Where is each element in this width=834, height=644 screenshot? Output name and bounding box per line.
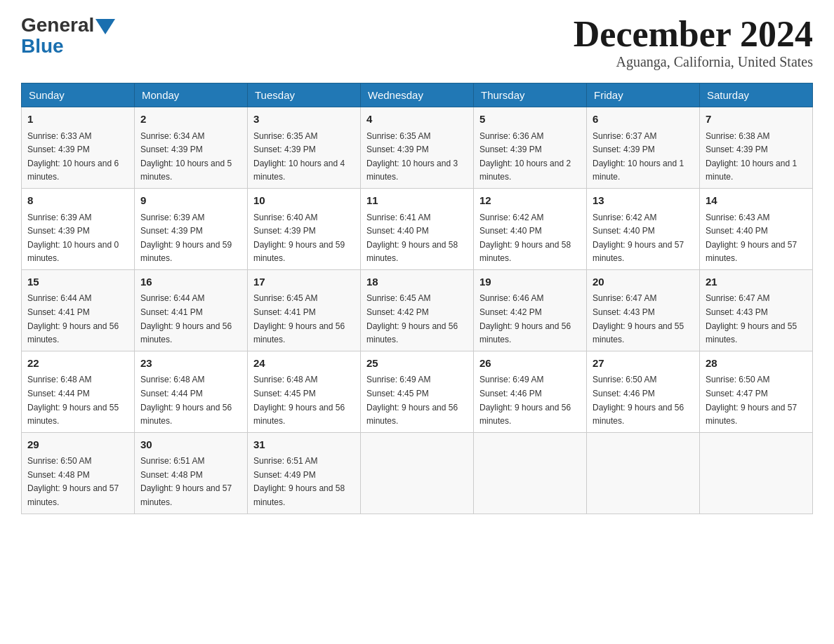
day-number: 13 bbox=[593, 193, 694, 209]
calendar-cell: 19Sunrise: 6:46 AMSunset: 4:42 PMDayligh… bbox=[474, 269, 587, 351]
calendar-cell: 16Sunrise: 6:44 AMSunset: 4:41 PMDayligh… bbox=[135, 269, 248, 351]
day-number: 18 bbox=[366, 274, 468, 290]
calendar-cell: 27Sunrise: 6:50 AMSunset: 4:46 PMDayligh… bbox=[587, 351, 700, 432]
day-number: 12 bbox=[479, 193, 581, 209]
day-info: Sunrise: 6:35 AMSunset: 4:39 PMDaylight:… bbox=[253, 131, 345, 182]
day-number: 20 bbox=[593, 274, 694, 290]
calendar-cell: 21Sunrise: 6:47 AMSunset: 4:43 PMDayligh… bbox=[700, 269, 813, 351]
day-info: Sunrise: 6:48 AMSunset: 4:44 PMDaylight:… bbox=[140, 375, 232, 426]
day-number: 16 bbox=[140, 274, 241, 290]
weekday-header-row: SundayMondayTuesdayWednesdayThursdayFrid… bbox=[22, 83, 813, 107]
day-info: Sunrise: 6:37 AMSunset: 4:39 PMDaylight:… bbox=[593, 131, 684, 182]
day-info: Sunrise: 6:43 AMSunset: 4:40 PMDaylight:… bbox=[706, 213, 797, 264]
day-info: Sunrise: 6:42 AMSunset: 4:40 PMDaylight:… bbox=[479, 213, 571, 264]
logo: General Blue bbox=[21, 14, 115, 58]
weekday-header-sunday: Sunday bbox=[22, 83, 135, 107]
logo-blue-text: Blue bbox=[21, 35, 64, 58]
day-info: Sunrise: 6:51 AMSunset: 4:49 PMDaylight:… bbox=[253, 456, 345, 507]
page-header: General Blue December 2024 Aguanga, Cali… bbox=[21, 14, 813, 70]
day-info: Sunrise: 6:35 AMSunset: 4:39 PMDaylight:… bbox=[366, 131, 458, 182]
weekday-header-wednesday: Wednesday bbox=[361, 83, 474, 107]
logo-general-text: General bbox=[21, 14, 94, 36]
calendar-cell: 8Sunrise: 6:39 AMSunset: 4:39 PMDaylight… bbox=[22, 189, 135, 270]
weekday-header-friday: Friday bbox=[587, 83, 700, 107]
calendar-cell bbox=[361, 432, 474, 514]
day-info: Sunrise: 6:41 AMSunset: 4:40 PMDaylight:… bbox=[366, 213, 458, 264]
day-number: 2 bbox=[140, 112, 241, 128]
calendar-week-row: 1Sunrise: 6:33 AMSunset: 4:39 PMDaylight… bbox=[22, 107, 813, 189]
calendar-cell: 18Sunrise: 6:45 AMSunset: 4:42 PMDayligh… bbox=[361, 269, 474, 351]
day-info: Sunrise: 6:47 AMSunset: 4:43 PMDaylight:… bbox=[706, 293, 797, 344]
calendar-cell: 15Sunrise: 6:44 AMSunset: 4:41 PMDayligh… bbox=[22, 269, 135, 351]
day-number: 25 bbox=[366, 356, 468, 372]
day-number: 17 bbox=[253, 274, 355, 290]
day-number: 7 bbox=[706, 112, 807, 128]
day-info: Sunrise: 6:49 AMSunset: 4:45 PMDaylight:… bbox=[366, 375, 458, 426]
day-info: Sunrise: 6:47 AMSunset: 4:43 PMDaylight:… bbox=[593, 293, 684, 344]
calendar-cell: 12Sunrise: 6:42 AMSunset: 4:40 PMDayligh… bbox=[474, 189, 587, 270]
calendar-cell: 25Sunrise: 6:49 AMSunset: 4:45 PMDayligh… bbox=[361, 351, 474, 432]
day-number: 30 bbox=[140, 437, 241, 453]
day-info: Sunrise: 6:36 AMSunset: 4:39 PMDaylight:… bbox=[479, 131, 571, 182]
day-info: Sunrise: 6:33 AMSunset: 4:39 PMDaylight:… bbox=[27, 131, 119, 182]
calendar-cell: 22Sunrise: 6:48 AMSunset: 4:44 PMDayligh… bbox=[22, 351, 135, 432]
calendar-cell: 14Sunrise: 6:43 AMSunset: 4:40 PMDayligh… bbox=[700, 189, 813, 270]
day-info: Sunrise: 6:38 AMSunset: 4:39 PMDaylight:… bbox=[706, 131, 797, 182]
day-number: 6 bbox=[593, 112, 694, 128]
calendar-week-row: 22Sunrise: 6:48 AMSunset: 4:44 PMDayligh… bbox=[22, 351, 813, 432]
day-number: 11 bbox=[366, 193, 468, 209]
day-info: Sunrise: 6:40 AMSunset: 4:39 PMDaylight:… bbox=[253, 213, 345, 264]
day-info: Sunrise: 6:48 AMSunset: 4:45 PMDaylight:… bbox=[253, 375, 345, 426]
day-info: Sunrise: 6:48 AMSunset: 4:44 PMDaylight:… bbox=[27, 375, 119, 426]
weekday-header-tuesday: Tuesday bbox=[248, 83, 361, 107]
calendar-cell: 20Sunrise: 6:47 AMSunset: 4:43 PMDayligh… bbox=[587, 269, 700, 351]
day-info: Sunrise: 6:45 AMSunset: 4:41 PMDaylight:… bbox=[253, 293, 345, 344]
calendar-cell: 5Sunrise: 6:36 AMSunset: 4:39 PMDaylight… bbox=[474, 107, 587, 189]
calendar-table: SundayMondayTuesdayWednesdayThursdayFrid… bbox=[21, 83, 813, 514]
day-number: 4 bbox=[366, 112, 468, 128]
day-number: 10 bbox=[253, 193, 355, 209]
calendar-cell: 26Sunrise: 6:49 AMSunset: 4:46 PMDayligh… bbox=[474, 351, 587, 432]
calendar-cell: 10Sunrise: 6:40 AMSunset: 4:39 PMDayligh… bbox=[248, 189, 361, 270]
day-info: Sunrise: 6:46 AMSunset: 4:42 PMDaylight:… bbox=[479, 293, 571, 344]
calendar-cell bbox=[587, 432, 700, 514]
calendar-cell: 1Sunrise: 6:33 AMSunset: 4:39 PMDaylight… bbox=[22, 107, 135, 189]
calendar-cell bbox=[474, 432, 587, 514]
day-number: 22 bbox=[27, 356, 128, 372]
day-number: 1 bbox=[27, 112, 128, 128]
day-number: 28 bbox=[706, 356, 807, 372]
calendar-cell: 3Sunrise: 6:35 AMSunset: 4:39 PMDaylight… bbox=[248, 107, 361, 189]
day-info: Sunrise: 6:34 AMSunset: 4:39 PMDaylight:… bbox=[140, 131, 232, 182]
day-number: 24 bbox=[253, 356, 355, 372]
day-number: 21 bbox=[706, 274, 807, 290]
day-number: 27 bbox=[593, 356, 694, 372]
calendar-cell: 7Sunrise: 6:38 AMSunset: 4:39 PMDaylight… bbox=[700, 107, 813, 189]
day-number: 3 bbox=[253, 112, 355, 128]
day-number: 15 bbox=[27, 274, 128, 290]
title-block: December 2024 Aguanga, California, Unite… bbox=[574, 14, 813, 70]
day-info: Sunrise: 6:50 AMSunset: 4:47 PMDaylight:… bbox=[706, 375, 797, 426]
calendar-title: December 2024 bbox=[574, 14, 813, 54]
calendar-cell: 24Sunrise: 6:48 AMSunset: 4:45 PMDayligh… bbox=[248, 351, 361, 432]
calendar-location: Aguanga, California, United States bbox=[574, 54, 813, 70]
calendar-cell: 30Sunrise: 6:51 AMSunset: 4:48 PMDayligh… bbox=[135, 432, 248, 514]
day-info: Sunrise: 6:51 AMSunset: 4:48 PMDaylight:… bbox=[140, 456, 232, 507]
weekday-header-saturday: Saturday bbox=[700, 83, 813, 107]
day-info: Sunrise: 6:44 AMSunset: 4:41 PMDaylight:… bbox=[140, 293, 232, 344]
day-info: Sunrise: 6:39 AMSunset: 4:39 PMDaylight:… bbox=[140, 213, 232, 264]
day-number: 23 bbox=[140, 356, 241, 372]
day-info: Sunrise: 6:49 AMSunset: 4:46 PMDaylight:… bbox=[479, 375, 571, 426]
day-info: Sunrise: 6:39 AMSunset: 4:39 PMDaylight:… bbox=[27, 213, 119, 264]
day-info: Sunrise: 6:50 AMSunset: 4:48 PMDaylight:… bbox=[27, 456, 119, 507]
calendar-cell: 29Sunrise: 6:50 AMSunset: 4:48 PMDayligh… bbox=[22, 432, 135, 514]
calendar-cell bbox=[700, 432, 813, 514]
day-info: Sunrise: 6:50 AMSunset: 4:46 PMDaylight:… bbox=[593, 375, 684, 426]
day-info: Sunrise: 6:45 AMSunset: 4:42 PMDaylight:… bbox=[366, 293, 458, 344]
day-number: 5 bbox=[479, 112, 581, 128]
day-number: 19 bbox=[479, 274, 581, 290]
day-number: 9 bbox=[140, 193, 241, 209]
calendar-cell: 23Sunrise: 6:48 AMSunset: 4:44 PMDayligh… bbox=[135, 351, 248, 432]
weekday-header-thursday: Thursday bbox=[474, 83, 587, 107]
day-number: 26 bbox=[479, 356, 581, 372]
day-number: 31 bbox=[253, 437, 355, 453]
